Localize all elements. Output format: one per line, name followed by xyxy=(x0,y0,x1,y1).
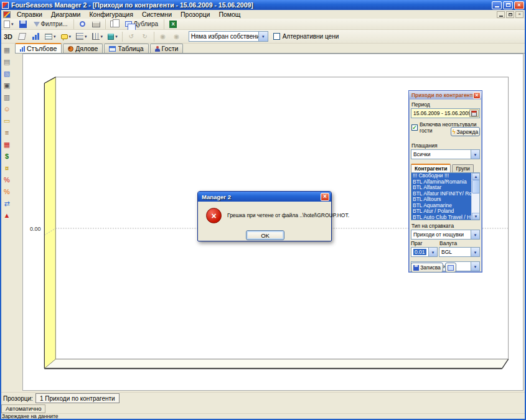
new-report-button[interactable]: ▾ xyxy=(2,19,16,30)
save-report-button[interactable]: Записва xyxy=(411,263,443,273)
mdi-close-button[interactable]: × xyxy=(515,11,524,18)
list-item[interactable]: BTL Alfamina/Romania xyxy=(411,179,471,185)
calendar-button[interactable] xyxy=(469,110,479,117)
save-button[interactable] xyxy=(17,19,29,30)
rotate-cw-icon: ↻ xyxy=(142,33,147,40)
percent-button[interactable]: % xyxy=(1,187,12,197)
ok-button[interactable]: OK xyxy=(246,230,284,240)
perspective-button[interactable] xyxy=(16,31,28,42)
mdi-restore-button[interactable] xyxy=(506,11,514,18)
minimize-button[interactable] xyxy=(492,1,502,9)
folder-button[interactable]: ▭ xyxy=(1,116,12,126)
scroll-down-button[interactable]: ▼ xyxy=(472,213,480,220)
rotate-ccw-button[interactable]: ↺ xyxy=(125,31,138,42)
list-item[interactable]: BTL Aquamarine xyxy=(411,203,471,209)
zero-axis-label: 0.00 xyxy=(30,226,40,232)
list-item[interactable]: BTL Alfatur INFINITY/ Romani xyxy=(411,191,471,197)
report-button[interactable]: ▤ xyxy=(1,57,12,67)
calculator-button[interactable]: ▣ xyxy=(1,80,12,90)
print-button[interactable] xyxy=(90,19,103,30)
save-button-label: Записва xyxy=(420,264,441,271)
tab-gosti[interactable]: Гости xyxy=(150,44,184,53)
tab-tablitsa[interactable]: Таблица xyxy=(104,44,148,53)
panel-title-bar[interactable]: Приходи по контрагенти × xyxy=(409,91,482,100)
list-scrollbar[interactable]: ▲ ▼ xyxy=(471,173,479,220)
tab-stalbove[interactable]: Стълбове xyxy=(15,43,62,53)
include-guests-checkbox[interactable]: ✓ xyxy=(411,124,418,131)
dialog-close-button[interactable]: × xyxy=(321,193,329,201)
coins-button[interactable]: ¤ xyxy=(1,163,12,173)
restore-button[interactable] xyxy=(503,1,513,9)
owners-combobox[interactable]: Няма избран собственици ▾ xyxy=(189,31,268,42)
close-button[interactable]: × xyxy=(514,1,524,9)
open-window-tab[interactable]: 1 Приходи по контрагенти xyxy=(35,393,120,403)
alt-prices-checkbox[interactable] xyxy=(273,33,280,40)
copy-button[interactable]: ▾ xyxy=(108,19,121,30)
menu-konfiguracia[interactable]: Конфигурация xyxy=(85,10,137,19)
legend-button[interactable]: ▾ xyxy=(43,31,58,42)
chart-button[interactable]: ▧ xyxy=(1,68,12,78)
chart-type-button[interactable] xyxy=(29,31,42,42)
vertical-grid-button[interactable]: ▾ xyxy=(90,31,105,42)
combo-dropdown-button[interactable]: ▾ xyxy=(471,262,479,271)
cards-button[interactable]: ▦ xyxy=(1,45,12,55)
panel-close-button[interactable]: × xyxy=(473,92,481,99)
dollar-button[interactable]: $ xyxy=(1,151,12,161)
depth-button[interactable]: ▾ xyxy=(106,31,120,42)
horizontal-grid-button[interactable]: ▾ xyxy=(74,31,89,42)
list-item[interactable]: BTL Atur / Poland xyxy=(411,208,471,215)
dialog-title-bar[interactable]: Manager 2 × xyxy=(198,192,331,202)
combo-dropdown-button[interactable]: ▾ xyxy=(258,32,268,41)
restore-icon xyxy=(509,13,512,16)
duplicate-button[interactable]: Дублира xyxy=(122,19,161,30)
currency-combobox[interactable]: BGL ▾ xyxy=(439,247,480,257)
transfer-button[interactable]: ⇄ xyxy=(1,198,12,208)
guests-button[interactable]: ☺ xyxy=(1,104,12,114)
tab-contractors[interactable]: Контрагенти xyxy=(411,164,451,172)
minimize-icon xyxy=(499,16,503,17)
list-item[interactable]: BTL Auto Club Travel / Hunga xyxy=(411,215,471,221)
percent-icon: % xyxy=(4,189,10,195)
sound-on-button[interactable]: ◉ xyxy=(157,31,169,42)
combo-dropdown-button[interactable]: ▾ xyxy=(428,248,437,256)
payments-combobox[interactable]: Всички ▾ xyxy=(411,149,480,159)
mdi-minimize-button[interactable] xyxy=(497,11,505,18)
owners-combobox-value: Няма избран собственици xyxy=(191,33,267,40)
menu-sistemni[interactable]: Системни xyxy=(138,10,176,19)
tab-dyalove[interactable]: Дялове xyxy=(63,44,103,53)
filters-button[interactable]: Филтри... xyxy=(31,19,71,30)
rotate-cw-button[interactable]: ↻ xyxy=(139,31,151,42)
stats-button[interactable]: ▲ xyxy=(1,210,12,220)
list-item[interactable]: BTL Alltours xyxy=(411,197,471,203)
load-button[interactable]: ϟ Зарежда xyxy=(451,127,480,136)
combo-dropdown-button[interactable]: ▾ xyxy=(471,248,479,256)
copy-window-button[interactable]: ▥ xyxy=(1,92,12,102)
lightning-icon: ϟ xyxy=(453,129,456,135)
menu-spravki[interactable]: Справки xyxy=(12,10,47,19)
perspective-icon xyxy=(17,33,26,40)
scroll-up-button[interactable]: ▲ xyxy=(472,173,480,180)
archive-button[interactable]: ≡ xyxy=(1,128,12,138)
combo-dropdown-button[interactable]: ▾ xyxy=(471,230,479,239)
threshold-combobox[interactable]: 0.01 ▾ xyxy=(411,247,438,257)
export-excel-button[interactable]: X xyxy=(167,19,179,30)
menu-prozortsi[interactable]: Прозорци xyxy=(176,10,214,19)
sound-off-button[interactable]: ◉ xyxy=(171,31,183,42)
automatic-button[interactable]: Автоматично xyxy=(1,404,45,413)
combo-dropdown-button[interactable]: ▾ xyxy=(471,150,479,159)
menu-diagrami[interactable]: Диаграми xyxy=(47,10,85,19)
scrollbar-thumb[interactable] xyxy=(472,180,480,194)
contractors-listbox[interactable]: !!! Свободни !!! BTL Alfamina/Romania BT… xyxy=(411,172,480,220)
period-input[interactable]: 15.06.2009 - 15.06.2009 xyxy=(411,108,480,118)
labels-button[interactable]: ▾ xyxy=(59,31,73,42)
tab-groups[interactable]: Групи xyxy=(452,164,473,172)
layout-button[interactable] xyxy=(445,263,456,273)
report-type-combobox[interactable]: Приходи от нощувки ▾ xyxy=(411,230,480,240)
discount-button[interactable]: % xyxy=(1,175,12,185)
menu-pomosht[interactable]: Помощ xyxy=(214,10,245,19)
list-item[interactable]: !!! Свободни !!! xyxy=(411,173,471,179)
toggle-3d-button[interactable]: 3D xyxy=(2,31,14,42)
print-preview-button[interactable] xyxy=(77,19,89,30)
list-item[interactable]: BTL Alfastar xyxy=(411,185,471,191)
grid-button[interactable]: ▦ xyxy=(1,139,12,149)
